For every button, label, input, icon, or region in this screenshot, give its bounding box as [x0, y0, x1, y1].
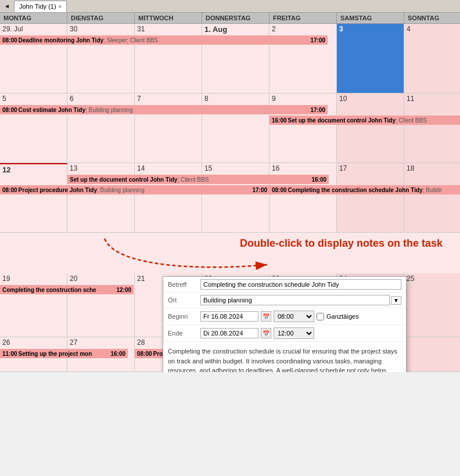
header-donnerstag: DONNERSTAG — [202, 13, 269, 23]
header-montag: MONTAG — [0, 13, 67, 23]
ort-dropdown-button[interactable]: ▼ — [391, 296, 401, 305]
day-aug5[interactable]: 5 — [0, 93, 67, 163]
ganztages-row: Ganztäiges — [317, 313, 359, 320]
tab-close-button[interactable]: × — [59, 3, 62, 10]
popup-notes: Completing the construction schedule is … — [163, 342, 406, 372]
popup-ende-row: Ende 📅 12:00 — [163, 325, 406, 342]
day-aug10[interactable]: 10 — [337, 93, 404, 163]
ende-time-select[interactable]: 12:00 — [274, 327, 314, 339]
annotation-row: Double-click to display notes on the tas… — [0, 233, 460, 273]
date-aug10: 10 — [337, 93, 404, 104]
tab-bar: ◄ John Tidy (1) × — [0, 0, 460, 13]
date-aug16: 16 — [269, 163, 336, 174]
ganztages-label: Ganztäiges — [326, 313, 359, 320]
day-aug25[interactable]: 25 — [404, 273, 460, 337]
day-aug1[interactable]: 1. Aug — [202, 24, 269, 93]
week-2: 5 6 7 8 9 10 11 08:00 C — [0, 93, 460, 163]
popup-beginn-row: Beginn 📅 08:00 Ganztäiges — [163, 308, 406, 325]
day-aug13[interactable]: 13 — [67, 163, 135, 233]
header-sonntag: SONNTAG — [404, 13, 460, 23]
ende-date-field: 📅 12:00 — [200, 327, 314, 339]
ort-label: Ort — [168, 297, 197, 304]
day-jul31[interactable]: 31 — [135, 24, 202, 93]
date-aug25: 25 — [404, 273, 460, 284]
date-aug7: 7 — [135, 93, 202, 104]
header-mittwoch: MITTWOCH — [135, 13, 202, 23]
day-aug20[interactable]: 20 — [67, 273, 135, 337]
tab-john-tidy[interactable]: John Tidy (1) × — [14, 1, 67, 12]
day-aug16[interactable]: 16 — [269, 163, 337, 233]
day-aug2[interactable]: 2 — [269, 24, 337, 93]
day-jul30[interactable]: 30 — [67, 24, 135, 93]
week-1: 29. Jul 30 31 1. Aug 2 3 4 08:0 — [0, 24, 460, 93]
date-aug8: 8 — [202, 93, 269, 104]
popup-notes-text: Completing the construction schedule is … — [168, 348, 397, 372]
date-aug1: 1. Aug — [202, 24, 269, 35]
day-aug15[interactable]: 15 — [202, 163, 269, 233]
date-aug11: 11 — [404, 93, 460, 104]
date-aug2: 2 — [269, 24, 336, 34]
beginn-date-field: 📅 08:00 Ganztäiges — [200, 311, 359, 322]
header-dienstag: DIENSTAG — [67, 13, 135, 23]
day-aug6[interactable]: 6 — [67, 93, 135, 163]
date-aug6: 6 — [67, 93, 134, 104]
beginn-cal-icon[interactable]: 📅 — [261, 311, 271, 322]
day-sep1[interactable] — [404, 337, 460, 372]
date-aug14: 14 — [135, 163, 202, 174]
day-aug17[interactable]: 17 — [337, 163, 404, 233]
betreff-label: Betreff — [168, 281, 197, 288]
date-aug20: 20 — [67, 273, 134, 284]
date-aug17: 17 — [337, 163, 404, 174]
popup-ort-row: Ort ▼ — [163, 293, 406, 308]
ende-label: Ende — [168, 330, 197, 337]
day-jul29[interactable]: 29. Jul — [0, 24, 67, 93]
day-aug14[interactable]: 14 — [135, 163, 202, 233]
day-aug8[interactable]: 8 — [202, 93, 269, 163]
header-freitag: FREITAG — [269, 13, 337, 23]
ganztages-checkbox[interactable] — [317, 313, 324, 320]
day-aug3[interactable]: 3 — [337, 24, 404, 93]
date-aug13: 13 — [67, 163, 134, 174]
week-3-dates: 12 13 14 15 16 17 18 — [0, 163, 460, 233]
ort-input[interactable] — [200, 295, 390, 305]
date-jul29: 29. Jul — [0, 24, 67, 34]
week-2-dates: 5 6 7 8 9 10 11 — [0, 93, 460, 163]
header-samstag: SAMSTAG — [337, 13, 404, 23]
date-aug9: 9 — [269, 93, 336, 104]
date-aug26: 26 — [0, 337, 67, 348]
date-aug19: 19 — [0, 273, 67, 284]
beginn-date-input[interactable] — [200, 311, 258, 322]
date-aug12: 12 — [0, 164, 67, 175]
day-aug18[interactable]: 18 — [404, 163, 460, 233]
ende-cal-icon[interactable]: 📅 — [261, 328, 271, 338]
annotation-text: Double-click to display notes on the tas… — [240, 237, 443, 250]
date-aug3: 3 — [337, 24, 404, 34]
date-aug18: 18 — [404, 163, 460, 174]
date-aug5: 5 — [0, 93, 67, 104]
day-aug11[interactable]: 11 — [404, 93, 460, 163]
date-aug27: 27 — [67, 337, 134, 348]
day-aug9[interactable]: 9 — [269, 93, 337, 163]
beginn-time-select[interactable]: 08:00 — [274, 311, 314, 322]
tab-title: John Tidy (1) — [19, 3, 56, 10]
day-aug27[interactable]: 27 — [67, 337, 135, 372]
app-window: ◄ John Tidy (1) × MONTAG DIENSTAG MITTWO… — [0, 0, 460, 372]
betreff-input[interactable] — [200, 279, 401, 290]
day-aug26[interactable]: 26 — [0, 337, 67, 372]
day-aug7[interactable]: 7 — [135, 93, 202, 163]
task-popup: Betreff Ort ▼ Beginn 📅 08:00 — [163, 276, 407, 372]
beginn-label: Beginn — [168, 313, 197, 320]
ende-date-input[interactable] — [200, 328, 258, 338]
day-aug4[interactable]: 4 — [404, 24, 460, 93]
date-jul31: 31 — [135, 24, 202, 34]
back-button[interactable]: ◄ — [2, 2, 12, 11]
date-aug15: 15 — [202, 163, 269, 174]
week-3: 12 13 14 15 16 17 18 Set up the — [0, 163, 460, 233]
date-aug4: 4 — [404, 24, 460, 34]
day-aug19[interactable]: 19 — [0, 273, 67, 337]
week-4: 19 20 21 22 23 24 25 Completing — [0, 273, 460, 337]
week-1-dates: 29. Jul 30 31 1. Aug 2 3 4 — [0, 24, 460, 93]
date-jul30: 30 — [67, 24, 134, 34]
popup-betreff-row: Betreff — [163, 277, 406, 293]
day-aug12[interactable]: 12 — [0, 163, 67, 233]
